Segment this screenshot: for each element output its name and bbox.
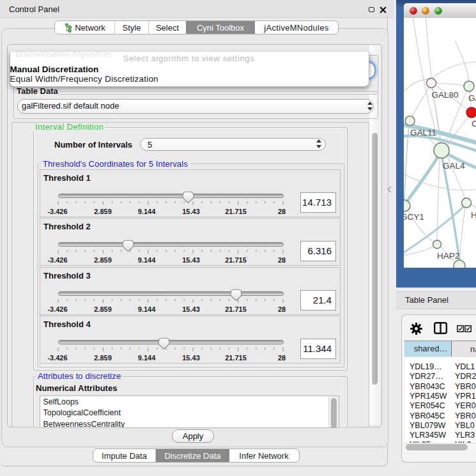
svg-text:GAL4: GAL4 [443,161,465,171]
svg-text:GAL80: GAL80 [432,90,459,100]
svg-text:CY: CY [472,119,476,128]
svg-text:GAL: GAL [468,93,476,103]
svg-text:GAL11: GAL11 [410,128,436,137]
svg-text:GCY1: GCY1 [404,212,424,222]
svg-text:HI: HI [471,210,476,220]
svg-text:HAP2: HAP2 [437,251,459,261]
